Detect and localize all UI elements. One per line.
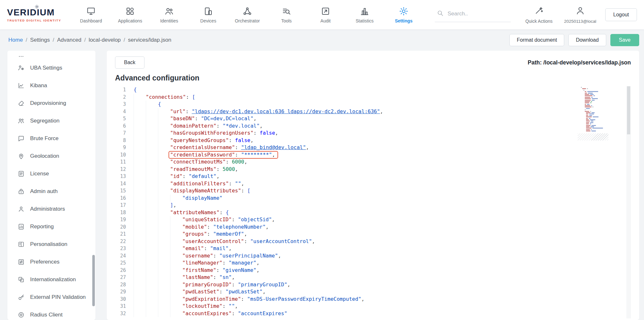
- code-line-6[interactable]: 6"domainPattern": "*dev.local",: [115, 122, 631, 130]
- sidebar-partial-item[interactable]: [7, 51, 95, 59]
- code-line-20[interactable]: 20"mobile": "telephoneNumber",: [115, 223, 631, 231]
- indent-guide: [158, 259, 170, 267]
- code-line-31[interactable]: 31"lockoutTime": "",: [115, 303, 631, 310]
- download-button[interactable]: Download: [568, 34, 606, 46]
- sidebar-item-uba-settings[interactable]: UBA Settings: [7, 59, 95, 77]
- minimap-line: [581, 122, 611, 123]
- editor-minimap[interactable]: [581, 87, 611, 140]
- code-line-4[interactable]: 4"url": "ldaps://dev-dc1.dev.local:636 l…: [115, 108, 631, 115]
- editor-scrollbar[interactable]: [626, 86, 631, 318]
- code-line-7[interactable]: 7"hasGroupsWithForeignUsers": false,: [115, 130, 631, 137]
- code-line-10[interactable]: 10"credentialsPassword": "********",: [115, 151, 631, 159]
- nav-item-audit[interactable]: Audit: [306, 6, 345, 23]
- minimap-line: [581, 125, 611, 126]
- nav-item-orchestrator[interactable]: Orchestrator: [228, 6, 267, 23]
- indent-guide: [158, 231, 170, 238]
- user-icon: [575, 6, 585, 15]
- minimap-token: [585, 101, 590, 102]
- nav-item-settings[interactable]: Settings: [384, 6, 423, 23]
- code-line-1[interactable]: 1{: [115, 86, 631, 94]
- code-line-30[interactable]: 30"pwdExpirationTime": "msDS-UserPasswor…: [115, 296, 631, 303]
- code-line-9[interactable]: 9"credentialsUsername": "ldap_bind@dev.l…: [115, 144, 631, 151]
- sidebar-item-geolocation[interactable]: Geolocation: [7, 147, 95, 165]
- sidebar-item-brute-force[interactable]: Brute Force: [7, 130, 95, 147]
- nav-item-statistics[interactable]: Statistics: [345, 6, 384, 23]
- format-document-button[interactable]: Format document: [509, 34, 564, 46]
- code-line-3[interactable]: 3{: [115, 101, 631, 108]
- code-line-2[interactable]: 2"connections": [: [115, 94, 631, 101]
- sidebar-item-segregation[interactable]: Segregation: [7, 112, 95, 130]
- code-line-17[interactable]: 17],: [115, 202, 631, 209]
- breadcrumb-item[interactable]: Home: [8, 37, 23, 43]
- document-actions: Format document Download Save: [509, 34, 639, 46]
- nav-item-identities[interactable]: Identities: [150, 6, 189, 23]
- save-button[interactable]: Save: [610, 34, 639, 46]
- sidebar-item-license[interactable]: License: [7, 165, 95, 182]
- account-menu[interactable]: 20250113@local: [558, 6, 602, 24]
- logout-button[interactable]: Logout: [605, 8, 637, 21]
- code-line-11[interactable]: 11"connectTimeoutMs": 6000,: [115, 158, 631, 166]
- code-line-15[interactable]: 15"displayNameAttributes": [: [115, 187, 631, 195]
- code-line-23[interactable]: 23"email": "mail",: [115, 245, 631, 252]
- sidebar-item-internationalization[interactable]: Internationalization: [7, 271, 95, 288]
- code-line-19[interactable]: 19"uniqueStaticID": "objectSid",: [115, 216, 631, 223]
- minimap-token: [586, 129, 590, 130]
- back-button[interactable]: Back: [115, 56, 144, 69]
- code-line-25[interactable]: 25"lineManager": "manager",: [115, 259, 631, 267]
- code-line-21[interactable]: 21"groups": "memberOf",: [115, 231, 631, 238]
- sidebar-item-personalisation[interactable]: Personalisation: [7, 235, 95, 253]
- editor-scrollbar-thumb[interactable]: [627, 86, 630, 134]
- code-line-16[interactable]: 16"displayName": [115, 195, 631, 202]
- sidebar-item-administrators[interactable]: Administrators: [7, 200, 95, 218]
- sidebar-item-kibana[interactable]: Kibana: [7, 77, 95, 94]
- sidebar-item-admin-auth[interactable]: Admin auth: [7, 182, 95, 200]
- code-line-26[interactable]: 26"firstName": "givenName",: [115, 267, 631, 274]
- veridium-logo[interactable]: VERIDIUM TRUSTED DIGITAL IDENTITY: [7, 7, 71, 22]
- search-input[interactable]: [448, 11, 499, 17]
- breadcrumb-item[interactable]: local-develop: [89, 37, 121, 43]
- breadcrumb-item[interactable]: Advanced: [57, 37, 81, 43]
- sidebar-scrollbar-thumb[interactable]: [92, 255, 95, 306]
- indent-guide: [134, 238, 146, 245]
- breadcrumb-item[interactable]: services/ldap.json: [128, 37, 171, 43]
- minimap-token: [585, 95, 592, 96]
- code-content: "attributeNames": {: [134, 209, 229, 215]
- breadcrumb-separator: /: [124, 37, 125, 43]
- json-editor[interactable]: 1{2"connections": [3{4"url": "ldaps://de…: [115, 86, 631, 318]
- code-line-29[interactable]: 29"pwdLastSet": "pwdLastSet",: [115, 288, 631, 296]
- segregation-icon: [18, 117, 25, 124]
- minimap-line: [581, 131, 611, 131]
- code-line-28[interactable]: 28"primaryGroupID": "primaryGroupID",: [115, 281, 631, 289]
- code-content: "mobile": "telephoneNumber",: [134, 224, 269, 230]
- line-number: 13: [115, 173, 134, 180]
- breadcrumb-item[interactable]: Settings: [30, 37, 50, 43]
- sidebar-item-preferences[interactable]: Preferences: [7, 253, 95, 271]
- code-line-24[interactable]: 24"username": "userPrincipalName",: [115, 252, 631, 260]
- line-number: 14: [115, 180, 134, 188]
- indent-guide: [170, 267, 182, 274]
- line-number: 20: [115, 223, 134, 231]
- nav-item-dashboard[interactable]: Dashboard: [71, 6, 111, 23]
- sidebar-item-external-pin-validation[interactable]: External PIN Validation: [7, 288, 95, 306]
- code-line-32[interactable]: 32"accountExpires": "accountExpires": [115, 310, 631, 317]
- sidebar-item-radius-client[interactable]: Radius Client: [7, 306, 95, 320]
- code-line-27[interactable]: 27"lastName": "sn",: [115, 274, 631, 281]
- sidebar-scrollbar[interactable]: [92, 51, 95, 320]
- indent-guide: [158, 108, 170, 115]
- quick-actions-button[interactable]: Quick Actions: [520, 6, 558, 24]
- code-line-12[interactable]: 12"readTimeoutMs": 5000,: [115, 166, 631, 173]
- nav-item-tools[interactable]: Tools: [267, 6, 306, 23]
- sidebar-item-reporting[interactable]: Reporting: [7, 218, 95, 235]
- code-line-13[interactable]: 13"id": "default",: [115, 173, 631, 180]
- line-number: 6: [115, 122, 134, 130]
- code-line-8[interactable]: 8"queryNestedGroups": false,: [115, 137, 631, 144]
- code-line-14[interactable]: 14"additionalFilters": "",: [115, 180, 631, 188]
- code-line-18[interactable]: 18"attributeNames": {: [115, 209, 631, 216]
- sidebar-item-deprovisioning[interactable]: Deprovisioning: [7, 94, 95, 112]
- code-line-5[interactable]: 5"baseDN": "DC=dev,DC=local",: [115, 115, 631, 122]
- nav-item-applications[interactable]: Applications: [111, 6, 150, 23]
- indent-guide: [134, 122, 146, 130]
- nav-item-devices[interactable]: Devices: [189, 6, 228, 23]
- search-box[interactable]: [435, 8, 511, 22]
- code-line-22[interactable]: 22"userAccountControl": "userAccountCont…: [115, 238, 631, 245]
